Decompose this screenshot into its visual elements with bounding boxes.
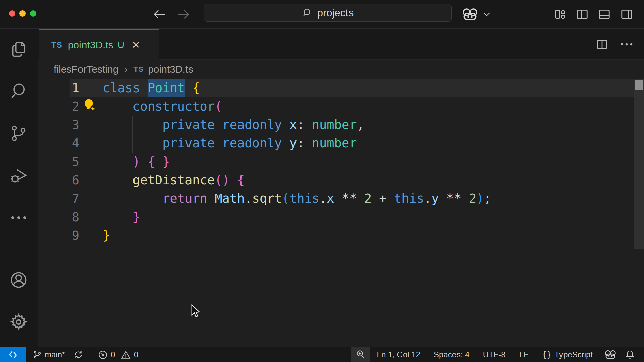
- code-line[interactable]: 5 ) { }: [38, 153, 644, 171]
- history-nav: [153, 0, 190, 29]
- code-token: [185, 81, 192, 95]
- cursor-position-status[interactable]: Ln 1, Col 12: [373, 347, 425, 362]
- remote-indicator[interactable]: [0, 347, 26, 362]
- sidebar-item-search[interactable]: [10, 82, 28, 100]
- code-token: [103, 99, 132, 114]
- breadcrumb: filesForTesting › TS point3D.ts: [38, 60, 644, 79]
- line-number[interactable]: 1: [38, 79, 79, 97]
- sidebar-item-source-control[interactable]: [10, 124, 28, 143]
- forward-button[interactable]: [177, 9, 190, 20]
- code-text: }: [103, 226, 110, 245]
- sidebar-item-explorer[interactable]: [10, 40, 28, 58]
- encoding-status[interactable]: UTF-8: [479, 347, 510, 362]
- notifications-button[interactable]: [621, 347, 639, 362]
- code-token: readonly: [222, 118, 282, 132]
- toggle-panel-button[interactable]: [598, 8, 611, 21]
- minimize-window-button[interactable]: [19, 10, 26, 17]
- line-number[interactable]: 2: [38, 97, 79, 116]
- copilot-menu[interactable]: [462, 0, 491, 29]
- highlighted-word: Point: [148, 81, 185, 95]
- breadcrumb-file[interactable]: point3D.ts: [148, 64, 193, 75]
- problems-status[interactable]: 0 0: [94, 347, 143, 362]
- tab-point3d[interactable]: TS point3D.ts U ✕: [39, 29, 159, 60]
- code-token: [230, 173, 237, 187]
- code-line[interactable]: 2 constructor(: [38, 97, 644, 116]
- close-window-button[interactable]: [9, 10, 15, 17]
- line-number[interactable]: 4: [38, 134, 79, 153]
- line-number[interactable]: 8: [38, 208, 79, 226]
- code-token: **: [342, 191, 357, 206]
- ts-file-icon: TS: [133, 65, 144, 74]
- status-bar: main* 0 0 Ln 1, Col 12 Spaces: 4 UTF-8: [0, 347, 644, 362]
- run-debug-icon: [9, 166, 28, 185]
- code-token: .: [319, 191, 327, 206]
- copilot-status-button[interactable]: [600, 347, 621, 362]
- toggle-primary-sidebar-icon: [576, 8, 589, 21]
- code-text: private readonly x: number,: [103, 116, 364, 134]
- code-line[interactable]: 4 private readonly y: number: [38, 134, 644, 153]
- toggle-primary-sidebar-button[interactable]: [576, 8, 589, 21]
- toggle-secondary-sidebar-button[interactable]: [620, 8, 633, 21]
- code-token: {: [237, 173, 245, 187]
- more-actions-button[interactable]: [620, 43, 633, 46]
- ts-file-icon: TS: [51, 40, 62, 50]
- code-token: [140, 155, 147, 169]
- line-number[interactable]: 7: [38, 189, 79, 208]
- tab-close-button[interactable]: ✕: [132, 39, 140, 51]
- breadcrumb-folder[interactable]: filesForTesting: [54, 64, 118, 75]
- customize-layout-icon: [554, 8, 567, 21]
- code-token: [387, 191, 394, 206]
- sidebar-item-more-views[interactable]: [10, 215, 28, 220]
- code-token: [207, 191, 215, 206]
- indent-guide: [103, 97, 103, 226]
- search-icon: [10, 82, 28, 100]
- layout-controls: [554, 0, 633, 29]
- chevron-down-icon: [483, 12, 491, 17]
- code-line[interactable]: 3 private readonly x: number,: [38, 116, 644, 134]
- copilot-icon: [462, 8, 478, 21]
- vertical-scrollbar[interactable]: [634, 79, 644, 249]
- code-token: this: [289, 191, 319, 206]
- line-number[interactable]: 3: [38, 116, 79, 134]
- maximize-window-button[interactable]: [30, 10, 36, 17]
- code-editor[interactable]: 1class Point {2 constructor(3 private re…: [38, 79, 644, 347]
- code-token: **: [446, 191, 462, 206]
- zoom-status-button[interactable]: [351, 347, 370, 362]
- indentation-status[interactable]: Spaces: 4: [429, 347, 474, 362]
- code-token: +: [379, 191, 386, 206]
- line-number[interactable]: 5: [38, 153, 79, 171]
- code-token: [103, 210, 132, 224]
- eol-status[interactable]: LF: [515, 347, 533, 362]
- command-center-search[interactable]: projects: [204, 4, 452, 22]
- code-token: {: [192, 81, 200, 95]
- code-line[interactable]: 8 }: [38, 208, 644, 226]
- untracked-badge: U: [118, 40, 124, 50]
- code-text: constructor(: [103, 97, 222, 116]
- error-count: 0: [111, 350, 115, 359]
- code-line[interactable]: 6 getDistance() {: [38, 171, 644, 189]
- customize-layout-button[interactable]: [554, 8, 567, 21]
- code-token: ;: [484, 191, 491, 206]
- line-number[interactable]: 9: [38, 226, 79, 245]
- code-line[interactable]: 1class Point {: [38, 79, 644, 97]
- code-line[interactable]: 9}: [38, 226, 644, 245]
- accounts-button[interactable]: [9, 270, 28, 289]
- branch-status[interactable]: main*: [29, 347, 69, 362]
- lightbulb-sparkle-icon[interactable]: [82, 98, 96, 112]
- tab-label: point3D.ts: [68, 39, 113, 51]
- toggle-secondary-sidebar-icon: [620, 8, 633, 21]
- line-number[interactable]: 6: [38, 171, 79, 189]
- toggle-panel-icon: [598, 8, 611, 21]
- settings-button[interactable]: [9, 312, 29, 332]
- files-icon: [10, 40, 28, 58]
- editor-group: TS point3D.ts U ✕ filesForTesting › TS p…: [38, 29, 644, 347]
- braces-icon: {}: [542, 350, 552, 359]
- overview-ruler-cursor-marker: [635, 80, 643, 90]
- ellipsis-icon: [620, 43, 633, 46]
- code-line[interactable]: 7 return Math.sqrt(this.x ** 2 + this.y …: [38, 189, 644, 208]
- sidebar-item-run-debug[interactable]: [9, 166, 28, 185]
- language-mode-status[interactable]: {} TypeScript: [538, 347, 597, 362]
- back-button[interactable]: [153, 9, 166, 20]
- sync-button[interactable]: [69, 347, 88, 362]
- split-editor-button[interactable]: [596, 38, 608, 50]
